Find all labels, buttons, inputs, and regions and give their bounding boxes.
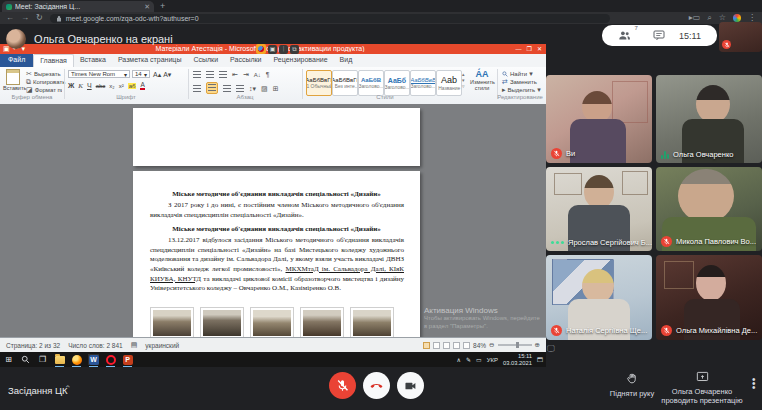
- leave-call-button[interactable]: [363, 372, 390, 399]
- window-buttons[interactable]: — ❐ ✕: [516, 44, 542, 54]
- tray-clock[interactable]: 15:1103.03.2021: [503, 353, 532, 366]
- zoom-slider[interactable]: [498, 344, 532, 346]
- minimize-button[interactable]: —: [516, 44, 522, 54]
- taskbar-search-icon[interactable]: [20, 354, 31, 365]
- print-layout-view-button[interactable]: [423, 342, 430, 349]
- task-view-icon[interactable]: ❐: [37, 354, 48, 365]
- video-tile-olga-ovcharenko[interactable]: Ольга Овчаренко: [656, 75, 762, 163]
- tab-review[interactable]: Рецензирование: [268, 54, 334, 67]
- start-button[interactable]: ⊞: [3, 354, 14, 365]
- decrease-indent-icon[interactable]: ⇤: [232, 71, 238, 78]
- doc-photo[interactable]: [300, 307, 344, 339]
- zoom-icon[interactable]: ⌕: [707, 14, 711, 22]
- numbered-list-icon[interactable]: [206, 71, 214, 78]
- word-count[interactable]: Число слов: 2 841: [68, 342, 123, 349]
- document-page-1[interactable]: [133, 108, 420, 166]
- fullscreen-view-button[interactable]: [433, 342, 440, 349]
- borders-icon[interactable]: ⊞: [273, 85, 279, 92]
- doc-photo[interactable]: [350, 307, 394, 339]
- replace-button[interactable]: ⇄Заменить: [502, 78, 537, 85]
- firefox-icon[interactable]: [256, 44, 266, 54]
- pilcrow-icon[interactable]: ¶: [266, 71, 270, 78]
- style-heading1[interactable]: АаБбВЗаголово...: [358, 70, 384, 96]
- browser-menu-icon[interactable]: ⋮: [748, 14, 756, 22]
- tab-mailings[interactable]: Рассылки: [224, 54, 267, 67]
- participants-button[interactable]: 7: [618, 27, 639, 45]
- camera-toggle-button[interactable]: [397, 372, 424, 399]
- line-spacing-icon[interactable]: ↕▾: [249, 85, 256, 92]
- bold-button[interactable]: Ж: [68, 82, 74, 89]
- doc-photo[interactable]: [200, 307, 244, 339]
- video-tile-yaroslav[interactable]: Ярослав Сергійович Б...: [546, 167, 652, 251]
- style-heading2[interactable]: АаБбЗаголово...: [384, 70, 410, 96]
- cast-icon[interactable]: ▸▭: [689, 14, 701, 22]
- video-tile-you[interactable]: Ви: [546, 75, 652, 163]
- italic-button[interactable]: К: [78, 82, 83, 90]
- styles-scroll[interactable]: ▴▾▿: [462, 71, 465, 89]
- increase-indent-icon[interactable]: ⇥: [243, 71, 249, 78]
- outline-view-button[interactable]: [453, 342, 460, 349]
- firefox-taskbar-icon[interactable]: [71, 354, 82, 365]
- tabs-overlay-icon[interactable]: ⧉: [290, 45, 299, 54]
- more-options-icon[interactable]: •••: [752, 378, 756, 390]
- web-view-button[interactable]: [443, 342, 450, 349]
- copy-button[interactable]: ⧉Копировать: [26, 78, 65, 85]
- document-canvas[interactable]: Міське методичне об'єднання викладачів с…: [0, 104, 546, 337]
- shading-icon[interactable]: ▨: [261, 85, 268, 92]
- presenting-status[interactable]: Ольга Овчаренкопроводить презентацію: [650, 369, 754, 405]
- select-button[interactable]: ▸Выделить▾: [502, 86, 541, 93]
- close-button[interactable]: ✕: [537, 44, 542, 54]
- tab-page-layout[interactable]: Разметка страницы: [112, 54, 188, 67]
- tray-language[interactable]: УКР: [487, 357, 498, 363]
- find-button[interactable]: Найти▾: [502, 70, 533, 77]
- tab-file[interactable]: Файл: [0, 54, 33, 67]
- font-size-select[interactable]: 14▾: [132, 70, 150, 78]
- sort-icon[interactable]: А↓: [254, 72, 261, 78]
- mic-overlay-icon[interactable]: ᛁ: [279, 45, 288, 54]
- video-tile-olga-m[interactable]: Ольга Михайлівна Де...: [656, 255, 762, 340]
- align-center-icon[interactable]: [206, 82, 218, 94]
- video-tile-natalia[interactable]: Наталія Сергіївна Ще...: [546, 255, 652, 340]
- zoom-out-icon[interactable]: ⊖: [489, 341, 494, 349]
- language-indicator[interactable]: украинский: [145, 342, 179, 349]
- action-center-icon[interactable]: 🗔: [537, 357, 543, 363]
- change-styles-button[interactable]: А́А Изменить стили: [470, 69, 494, 91]
- video-tile-extra[interactable]: [719, 22, 762, 52]
- tab-insert[interactable]: Вставка: [74, 54, 112, 67]
- tab-view[interactable]: Вид: [334, 54, 359, 67]
- mic-toggle-button[interactable]: [329, 372, 356, 399]
- tab-home[interactable]: Главная: [33, 54, 74, 67]
- new-tab-button[interactable]: +: [160, 2, 165, 11]
- format-painter-button[interactable]: ◪Формат по образцу: [26, 86, 62, 93]
- tray-pen-icon[interactable]: ✎: [466, 356, 471, 363]
- browser-tab[interactable]: Meet: Засідання Ц... ✕: [2, 1, 154, 12]
- cut-button[interactable]: ✂Вырезать: [26, 70, 61, 77]
- style-normal[interactable]: АаБбВвГг1 Обычный: [306, 70, 332, 96]
- document-page-2[interactable]: Міське методичне об'єднання викладачів с…: [133, 171, 420, 337]
- style-heading3[interactable]: АаБбВвВЗаголово...: [410, 70, 436, 96]
- file-explorer-icon[interactable]: [54, 354, 65, 365]
- proofing-icon[interactable]: ▤: [131, 341, 138, 349]
- meeting-name[interactable]: Засідання ЦК: [8, 385, 68, 396]
- multilevel-list-icon[interactable]: [219, 71, 227, 78]
- align-left-icon[interactable]: [193, 85, 201, 92]
- bookmark-star-icon[interactable]: ☆: [719, 14, 726, 22]
- zoom-level[interactable]: 84%: [473, 342, 486, 349]
- opera-taskbar-icon[interactable]: [105, 354, 116, 365]
- tray-network-icon[interactable]: ▭: [476, 356, 482, 363]
- restore-button[interactable]: ❐: [527, 44, 532, 54]
- forward-icon[interactable]: →: [21, 14, 29, 22]
- tab-references[interactable]: Ссылки: [187, 54, 224, 67]
- align-right-icon[interactable]: [223, 85, 231, 92]
- chat-button[interactable]: [653, 27, 665, 45]
- grow-shrink-font[interactable]: А▴ А▾: [153, 71, 171, 79]
- back-icon[interactable]: ←: [6, 14, 14, 22]
- zoom-in-icon[interactable]: ⊕: [535, 341, 540, 349]
- page-indicator[interactable]: Страница: 2 из 32: [6, 342, 60, 349]
- highlight-color-button[interactable]: аб: [128, 83, 137, 89]
- powerpoint-taskbar-icon[interactable]: P: [122, 354, 133, 365]
- word-taskbar-icon[interactable]: W: [88, 354, 99, 365]
- subscript-button[interactable]: x₂: [109, 83, 114, 89]
- doc-photo[interactable]: [150, 307, 194, 339]
- justify-icon[interactable]: [236, 85, 244, 92]
